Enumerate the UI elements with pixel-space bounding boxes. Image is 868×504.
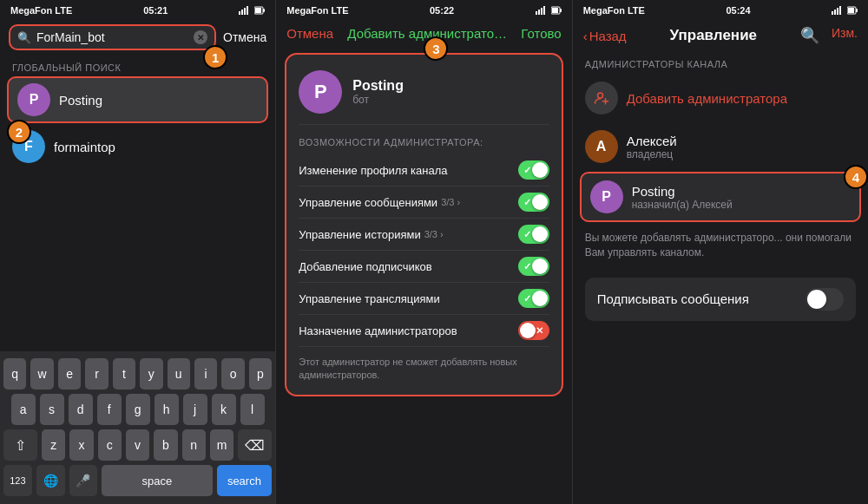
- key-l[interactable]: l: [240, 394, 265, 425]
- toggle-subscribers[interactable]: ✓: [518, 257, 549, 276]
- key-y[interactable]: y: [140, 358, 162, 389]
- key-e[interactable]: e: [58, 358, 81, 389]
- key-q[interactable]: q: [3, 358, 26, 389]
- kbd-row-3: ⇧ z x c v b n m ⌫: [3, 429, 272, 461]
- search-result-formaintop[interactable]: F formaintop: [0, 123, 275, 170]
- key-o[interactable]: o: [221, 358, 244, 389]
- key-w[interactable]: w: [30, 358, 53, 389]
- admin-item-posting[interactable]: P Posting назначил(а) Алексей 4: [580, 172, 861, 222]
- admin-item-alexey[interactable]: А Алексей владелец: [573, 123, 868, 170]
- key-f[interactable]: f: [97, 394, 122, 425]
- toggle-admins[interactable]: ✕: [518, 321, 549, 340]
- key-b[interactable]: b: [154, 429, 177, 461]
- key-s[interactable]: s: [40, 394, 64, 425]
- search-input[interactable]: [36, 30, 188, 44]
- sign-messages-label: Подписывать сообщения: [597, 291, 749, 306]
- search-box[interactable]: 🔍 ✕: [9, 24, 216, 50]
- key-p[interactable]: p: [249, 358, 272, 389]
- toggle-stories[interactable]: ✓: [518, 225, 549, 244]
- key-globe[interactable]: 🌐: [36, 465, 65, 496]
- edit-button[interactable]: Изм.: [832, 26, 858, 45]
- admin-card-header: P Posting бот: [299, 70, 549, 125]
- key-search[interactable]: search: [217, 465, 273, 496]
- key-a[interactable]: a: [11, 394, 36, 425]
- battery-icon-3: [847, 6, 858, 15]
- result-name-formaintop: formaintop: [54, 140, 115, 154]
- svg-rect-14: [832, 11, 833, 15]
- svg-rect-6: [263, 9, 265, 12]
- status-bar-3: MegaFon LTE 05:24: [573, 0, 868, 19]
- panel-search: MegaFon LTE 05:21 🔍 ✕ Отмена 1 ГЛОБАЛЬНЫ…: [0, 0, 276, 504]
- key-r[interactable]: r: [85, 358, 108, 389]
- carrier-1: MegaFon LTE: [10, 5, 72, 16]
- perm-row-stories[interactable]: Управление историями 3/3 › ✓: [299, 219, 549, 251]
- clear-button[interactable]: ✕: [194, 30, 207, 44]
- admin-role-alexey: владелец: [627, 148, 677, 160]
- key-m[interactable]: m: [210, 429, 233, 461]
- key-k[interactable]: k: [212, 394, 236, 425]
- key-x[interactable]: x: [69, 429, 93, 461]
- sign-messages-row: Подписывать сообщения: [585, 278, 856, 321]
- admins-section-label: АДМИНИСТРАТОРЫ КАНАЛА: [573, 50, 868, 73]
- svg-rect-15: [834, 10, 836, 15]
- svg-rect-12: [552, 8, 558, 13]
- status-bar-2: MegaFon LTE 05:22: [276, 0, 571, 19]
- key-u[interactable]: u: [168, 358, 190, 389]
- admin-info-alexey: Алексей владелец: [627, 134, 677, 160]
- sign-messages-toggle[interactable]: [806, 288, 844, 311]
- cancel-button[interactable]: Отмена: [223, 30, 266, 44]
- svg-point-21: [597, 93, 602, 98]
- search-magnifier-icon: 🔍: [17, 31, 31, 44]
- svg-rect-5: [255, 8, 261, 13]
- panel-add-admin: MegaFon LTE 05:22 Отмена Добавить админи…: [276, 0, 572, 504]
- signal-icon-3: [832, 6, 844, 15]
- toggle-broadcasts[interactable]: ✓: [518, 289, 549, 308]
- key-d[interactable]: d: [69, 394, 93, 425]
- perms-label: ВОЗМОЖНОСТИ АДМИНИСТРАТОРА:: [299, 137, 549, 147]
- svg-rect-7: [536, 11, 537, 15]
- key-z[interactable]: z: [42, 429, 65, 461]
- back-label: Назад: [589, 29, 627, 43]
- search-result-posting[interactable]: P Posting: [7, 76, 268, 123]
- key-g[interactable]: g: [126, 394, 150, 425]
- key-123[interactable]: 123: [3, 465, 32, 496]
- search-button[interactable]: 🔍: [800, 26, 819, 45]
- key-c[interactable]: c: [98, 429, 122, 461]
- perm-label-messages: Управление сообщениями 3/3 ›: [299, 196, 460, 209]
- svg-rect-20: [856, 9, 858, 12]
- key-j[interactable]: j: [183, 394, 207, 425]
- perm-label-broadcasts: Управление трансляциями: [299, 292, 440, 305]
- key-space[interactable]: space: [102, 465, 212, 496]
- perm-row-broadcasts[interactable]: Управление трансляциями ✓: [299, 283, 549, 315]
- battery-icon-2: [551, 6, 562, 15]
- key-t[interactable]: t: [113, 358, 135, 389]
- key-shift[interactable]: ⇧: [3, 429, 37, 461]
- key-i[interactable]: i: [194, 358, 217, 389]
- key-mic[interactable]: 🎤: [69, 465, 98, 496]
- toggle-messages[interactable]: ✓: [518, 193, 549, 212]
- key-delete[interactable]: ⌫: [238, 429, 272, 461]
- p3-back-btn[interactable]: ‹ Назад: [583, 29, 627, 43]
- signal-icon: [239, 6, 251, 15]
- key-h[interactable]: h: [155, 394, 179, 425]
- admin-info-posting: Posting назначил(а) Алексей: [632, 184, 733, 211]
- p2-done-btn[interactable]: Готово: [521, 26, 561, 41]
- toggle-profile[interactable]: ✓: [518, 160, 549, 180]
- perm-row-admins[interactable]: Назначение администраторов ✕: [299, 315, 549, 347]
- time-3: 05:24: [726, 5, 750, 16]
- kbd-row-4: 123 🌐 🎤 space search: [3, 465, 272, 496]
- status-icons-2: [536, 6, 562, 15]
- perm-row-profile[interactable]: Изменение профиля канала ✓: [299, 154, 549, 187]
- add-admin-label[interactable]: Добавить администратора: [627, 91, 787, 106]
- perm-label-admins: Назначение администраторов: [299, 324, 457, 337]
- add-admin-row[interactable]: Добавить администратора: [573, 73, 868, 123]
- perm-row-subscribers[interactable]: Добавление подписчиков ✓: [299, 251, 549, 283]
- chevron-left-icon: ‹: [583, 29, 588, 43]
- key-n[interactable]: n: [182, 429, 206, 461]
- perm-row-messages[interactable]: Управление сообщениями 3/3 › ✓: [299, 187, 549, 219]
- search-row: 🔍 ✕ Отмена: [0, 19, 275, 56]
- p2-cancel-btn[interactable]: Отмена: [286, 26, 333, 41]
- perm-label-profile: Изменение профиля канала: [299, 164, 447, 177]
- key-v[interactable]: v: [126, 429, 149, 461]
- svg-rect-2: [244, 8, 246, 15]
